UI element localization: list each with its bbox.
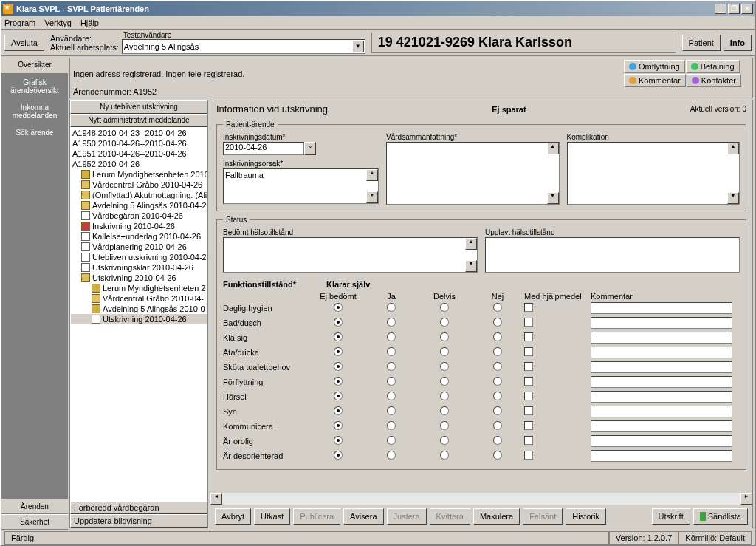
tree-item[interactable]: Vårdbegäran 2010-04-26: [71, 211, 207, 221]
sidebar-tab-sakerhet[interactable]: Säkerhet: [1, 514, 68, 530]
radio-0[interactable]: [334, 362, 343, 371]
radio-2[interactable]: [440, 406, 449, 415]
radio-1[interactable]: [387, 318, 396, 327]
tree-item[interactable]: Vårdplanering 2010-04-26: [71, 242, 207, 252]
tree[interactable]: A1948 2010-04-23--2010-04-26A1950 2010-0…: [70, 127, 207, 501]
radio-3[interactable]: [493, 332, 502, 341]
tree-item[interactable]: Kallelse+underlag 2010-04-26: [71, 231, 207, 242]
med-hjalpmedel-checkbox[interactable]: [524, 451, 533, 460]
tree-item[interactable]: A1948 2010-04-23--2010-04-26: [71, 128, 207, 138]
sidebar-tab-inkomna[interactable]: Inkomna meddelanden: [1, 99, 68, 124]
close-button[interactable]: ✕: [741, 4, 753, 14]
kommentar-input[interactable]: [591, 450, 732, 462]
chevron-down-icon[interactable]: ▼: [352, 41, 364, 52]
vardsammanfattning-textarea[interactable]: ▲▼: [386, 142, 559, 205]
felsant-button[interactable]: Felsänt: [523, 508, 563, 525]
radio-1[interactable]: [387, 303, 396, 312]
tree-item[interactable]: A1951 2010-04-26--2010-04-26: [71, 149, 207, 159]
tree-item[interactable]: Avdelning 5 Alingsås 2010-04-2: [71, 200, 207, 211]
radio-2[interactable]: [440, 421, 449, 430]
tree-item[interactable]: (Omflyttad) Akutmottagning. (Alin: [71, 190, 207, 200]
radio-3[interactable]: [493, 318, 502, 327]
radio-1[interactable]: [387, 332, 396, 341]
radio-3[interactable]: [493, 392, 502, 400]
scroll-right-icon[interactable]: ►: [740, 493, 752, 505]
inskrivningsorsak-textarea[interactable]: Falltrauma ▲▼: [223, 168, 379, 204]
sidebar-tab-grafisk[interactable]: Grafisk ärendeöversikt: [1, 74, 68, 99]
radio-1[interactable]: [387, 392, 396, 400]
bedomt-textarea[interactable]: ▲▼: [223, 237, 478, 273]
radio-2[interactable]: [440, 347, 449, 356]
scroll-left-icon[interactable]: ◄: [210, 493, 222, 505]
avisera-button[interactable]: Avisera: [343, 508, 383, 525]
med-hjalpmedel-checkbox[interactable]: [524, 377, 533, 386]
tree-item[interactable]: Avdelning 5 Alingsås 2010-0: [71, 304, 207, 314]
radio-2[interactable]: [440, 318, 449, 327]
tree-item[interactable]: Utskrivning 2010-04-26: [71, 314, 207, 324]
radio-2[interactable]: [440, 436, 449, 445]
med-hjalpmedel-checkbox[interactable]: [524, 362, 533, 371]
utkast-button[interactable]: Utkast: [254, 508, 290, 525]
radio-0[interactable]: [334, 392, 343, 400]
minimize-button[interactable]: _: [715, 4, 726, 14]
radio-3[interactable]: [493, 451, 502, 460]
menu-verktyg[interactable]: Verktyg: [44, 18, 72, 27]
med-hjalpmedel-checkbox[interactable]: [524, 332, 533, 341]
avbryt-button[interactable]: Avbryt: [215, 508, 251, 525]
tree-item[interactable]: Vårdcentral Gråbo 2010-04-: [71, 293, 207, 304]
kommentar-input[interactable]: [591, 391, 732, 403]
med-hjalpmedel-checkbox[interactable]: [524, 421, 533, 430]
publicera-button[interactable]: Publicera: [293, 508, 340, 525]
radio-0[interactable]: [334, 332, 343, 341]
utskrift-button[interactable]: Utskrift: [652, 508, 690, 525]
tree-item[interactable]: Vårdcentral Gråbo 2010-04-26: [71, 180, 207, 190]
sidebar-tab-arenden[interactable]: Ärenden: [1, 499, 68, 514]
radio-3[interactable]: [493, 303, 502, 312]
maximize-button[interactable]: ❐: [728, 4, 740, 14]
sidebar-tab-sok[interactable]: Sök ärende: [1, 124, 68, 141]
nytt-admin-button[interactable]: Nytt administrativt meddelande: [70, 114, 207, 127]
kommentar-input[interactable]: [591, 420, 732, 432]
ny-utebliven-button[interactable]: Ny utebliven utskrivning: [70, 100, 207, 114]
radio-1[interactable]: [387, 406, 396, 415]
radio-0[interactable]: [334, 406, 343, 415]
radio-1[interactable]: [387, 377, 396, 386]
med-hjalpmedel-checkbox[interactable]: [524, 303, 533, 312]
kommentar-input[interactable]: [591, 332, 732, 344]
kommentar-input[interactable]: [591, 361, 732, 373]
radio-1[interactable]: [387, 451, 396, 460]
tree-item[interactable]: A1950 2010-04-26--2010-04-26: [71, 138, 207, 149]
radio-2[interactable]: [440, 303, 449, 312]
historik-button[interactable]: Historik: [566, 508, 606, 525]
tree-item[interactable]: Utebliven utskrivning 2010-04-26: [71, 252, 207, 262]
radio-0[interactable]: [334, 451, 343, 460]
upplevt-textarea[interactable]: [485, 237, 740, 273]
radio-3[interactable]: [493, 377, 502, 386]
info-button[interactable]: Info: [724, 35, 752, 51]
kommentar-input[interactable]: [591, 435, 732, 447]
kommentar-input[interactable]: [591, 347, 732, 358]
kommentar-input[interactable]: [591, 376, 732, 388]
med-hjalpmedel-checkbox[interactable]: [524, 347, 533, 356]
scroll-up-icon[interactable]: ▲: [366, 169, 378, 181]
kommentar-input[interactable]: [591, 302, 732, 314]
radio-1[interactable]: [387, 362, 396, 371]
tree-item[interactable]: Lerum Myndighetsenheten 2: [71, 283, 207, 293]
justera-button[interactable]: Justera: [387, 508, 427, 525]
kontakter-button[interactable]: Kontakter: [687, 74, 741, 87]
med-hjalpmedel-checkbox[interactable]: [524, 436, 533, 445]
horizontal-scrollbar[interactable]: ◄ ►: [210, 493, 752, 505]
avsluta-button[interactable]: Avsluta: [4, 35, 44, 51]
inskrivningsdatum-input[interactable]: 2010-04-26: [223, 142, 304, 155]
makulera-button[interactable]: Makulera: [473, 508, 520, 525]
radio-0[interactable]: [334, 347, 343, 356]
radio-2[interactable]: [440, 377, 449, 386]
sidebar-tab-oversikter[interactable]: Översikter: [1, 56, 68, 74]
scroll-down-icon[interactable]: ▼: [366, 191, 378, 203]
radio-2[interactable]: [440, 362, 449, 371]
radio-3[interactable]: [493, 362, 502, 371]
omflyttning-button[interactable]: Omflyttning: [624, 60, 685, 73]
radio-0[interactable]: [334, 318, 343, 327]
radio-3[interactable]: [493, 421, 502, 430]
radio-3[interactable]: [493, 406, 502, 415]
